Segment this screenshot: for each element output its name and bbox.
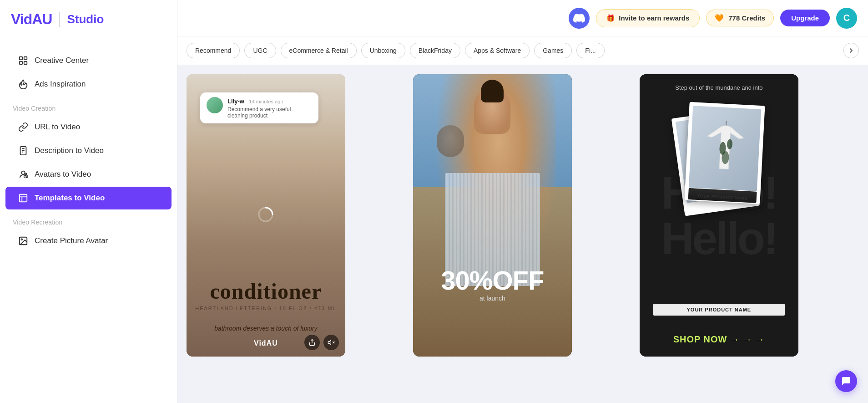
sidebar-item-description-to-video[interactable]: Description to Video bbox=[5, 139, 172, 162]
link-icon bbox=[18, 122, 28, 132]
loading-spinner bbox=[257, 206, 274, 224]
filter-tab-games[interactable]: Games bbox=[534, 43, 572, 58]
sidebar-label-url-to-video: URL to Video bbox=[35, 122, 80, 132]
popup-time: 14 minutes ago bbox=[249, 99, 283, 104]
discord-icon bbox=[573, 12, 585, 24]
sidebar-label-templates-to-video: Templates to Video bbox=[35, 194, 105, 203]
image-icon bbox=[18, 236, 28, 246]
user-avatar[interactable]: C bbox=[836, 8, 857, 29]
sidebar-label-avatars-to-video: Avatars to Video bbox=[35, 170, 91, 179]
video-grid: Lily-w 14 minutes ago Recommend a very u… bbox=[177, 65, 868, 403]
share-icon bbox=[308, 339, 316, 346]
logo-area: VidAU Studio bbox=[0, 11, 177, 39]
grid-icon bbox=[18, 56, 28, 66]
section-label-video-creation: Video Creation bbox=[0, 97, 177, 115]
product-sub: HEARTLAND LETTERING · 10 FL OZ / 473 ML bbox=[187, 306, 345, 311]
svg-line-26 bbox=[727, 121, 727, 126]
upgrade-button[interactable]: Upgrade bbox=[780, 10, 830, 26]
sidebar-label-creative-center: Creative Center bbox=[35, 56, 89, 65]
sidebar-item-templates-to-video[interactable]: Templates to Video bbox=[5, 187, 172, 209]
discord-button[interactable] bbox=[569, 8, 590, 29]
logo-divider bbox=[59, 12, 60, 27]
sale-amount: 30%OFF bbox=[413, 267, 572, 294]
description-icon bbox=[18, 146, 28, 156]
filter-tab-ecommerce[interactable]: eCommerce & Retail bbox=[281, 43, 357, 58]
mute-icon bbox=[328, 339, 335, 346]
filter-next-button[interactable] bbox=[843, 43, 859, 58]
sidebar-item-creative-center[interactable]: Creative Center bbox=[5, 49, 172, 72]
filter-tab-ugc[interactable]: UGC bbox=[244, 43, 276, 58]
video-card-shop[interactable]: Hello! Hello! Step out of the mundane an… bbox=[640, 74, 798, 357]
svg-rect-11 bbox=[20, 194, 27, 202]
popup-text: Recommend a very useful cleaning product bbox=[227, 106, 312, 119]
sidebar-label-ads-inspiration: Ads Inspiration bbox=[35, 80, 86, 89]
comment-popup: Lily-w 14 minutes ago Recommend a very u… bbox=[200, 92, 318, 123]
sidebar-item-avatars-to-video[interactable]: Avatars to Video bbox=[5, 163, 172, 186]
invite-icon: 🎁 bbox=[606, 14, 615, 22]
main-content: 🎁 Invite to earn rewards 🧡 778 Credits U… bbox=[177, 0, 868, 403]
svg-point-10 bbox=[25, 173, 27, 175]
hanger-shirt-icon bbox=[701, 117, 750, 179]
sidebar-item-create-picture-avatar[interactable]: Create Picture Avatar bbox=[5, 230, 172, 252]
popup-username: Lily-w bbox=[227, 98, 244, 105]
sidebar-item-url-to-video[interactable]: URL to Video bbox=[5, 116, 172, 138]
mute-button[interactable] bbox=[323, 335, 339, 350]
svg-rect-2 bbox=[20, 61, 22, 64]
brand-logo: VidAU bbox=[11, 11, 52, 28]
filter-tab-apps-software[interactable]: Apps & Software bbox=[465, 43, 530, 58]
shop-now-text: SHOP NOW → → → bbox=[640, 334, 798, 345]
fire-icon bbox=[18, 79, 28, 89]
filter-tab-fitness[interactable]: Fi... bbox=[576, 43, 604, 58]
chat-widget-button[interactable] bbox=[835, 370, 857, 392]
sidebar-label-create-picture-avatar: Create Picture Avatar bbox=[35, 236, 108, 245]
section-label-video-recreation: Video Recreation bbox=[0, 210, 177, 229]
popup-avatar bbox=[207, 97, 223, 113]
filter-tab-recommend[interactable]: Recommend bbox=[187, 43, 240, 58]
filter-tab-unboxing[interactable]: Unboxing bbox=[361, 43, 405, 58]
sidebar: VidAU Studio Creative Center Ads Inspira… bbox=[0, 0, 177, 403]
chat-icon bbox=[841, 376, 852, 387]
chevron-right-icon bbox=[848, 47, 854, 54]
product-label-bar: YOUR PRODUCT NAME bbox=[653, 304, 785, 316]
svg-marker-18 bbox=[328, 340, 331, 344]
filter-tab-blackfriday[interactable]: BlackFriday bbox=[410, 43, 460, 58]
svg-rect-1 bbox=[24, 57, 27, 60]
product-name: Studio bbox=[67, 12, 104, 26]
video-card-conditioner[interactable]: Lily-w 14 minutes ago Recommend a very u… bbox=[187, 74, 345, 357]
template-icon bbox=[18, 193, 28, 203]
invite-button[interactable]: 🎁 Invite to earn rewards bbox=[596, 9, 700, 27]
credits-heart-icon: 🧡 bbox=[715, 14, 724, 22]
product-text: conditioner HEARTLAND LETTERING · 10 FL … bbox=[187, 279, 345, 311]
card-actions bbox=[304, 335, 339, 350]
invite-label: Invite to earn rewards bbox=[619, 14, 689, 22]
product-name-big: conditioner bbox=[187, 279, 345, 304]
share-button[interactable] bbox=[304, 335, 320, 350]
card-tagline: bathroom deserves a touch of luxury bbox=[187, 325, 345, 332]
credits-area: 🧡 778 Credits bbox=[706, 10, 774, 26]
header: 🎁 Invite to earn rewards 🧡 778 Credits U… bbox=[177, 0, 868, 36]
filter-bar: Recommend UGC eCommerce & Retail Unboxin… bbox=[177, 36, 868, 65]
step-out-text: Step out of the mundane and into bbox=[640, 84, 798, 91]
sale-subtext: at launch bbox=[413, 295, 572, 302]
sidebar-item-ads-inspiration[interactable]: Ads Inspiration bbox=[5, 73, 172, 96]
svg-rect-3 bbox=[24, 61, 27, 64]
video-card-fashion[interactable]: 30%OFF at launch bbox=[413, 74, 572, 357]
main-nav: Creative Center Ads Inspiration Video Cr… bbox=[0, 39, 177, 253]
photo-img-front bbox=[689, 106, 761, 191]
svg-point-15 bbox=[21, 239, 22, 240]
svg-point-8 bbox=[21, 171, 25, 174]
sale-text-area: 30%OFF at launch bbox=[413, 267, 572, 302]
credits-label: 778 Credits bbox=[728, 14, 765, 22]
svg-rect-0 bbox=[20, 57, 22, 60]
photo-card-front: YOUR PRODUCT NAME bbox=[685, 102, 765, 204]
product-photos: YOUR PRODUCT NAME bbox=[673, 99, 764, 218]
sidebar-label-description-to-video: Description to Video bbox=[35, 146, 104, 155]
avatar-icon bbox=[18, 169, 28, 179]
